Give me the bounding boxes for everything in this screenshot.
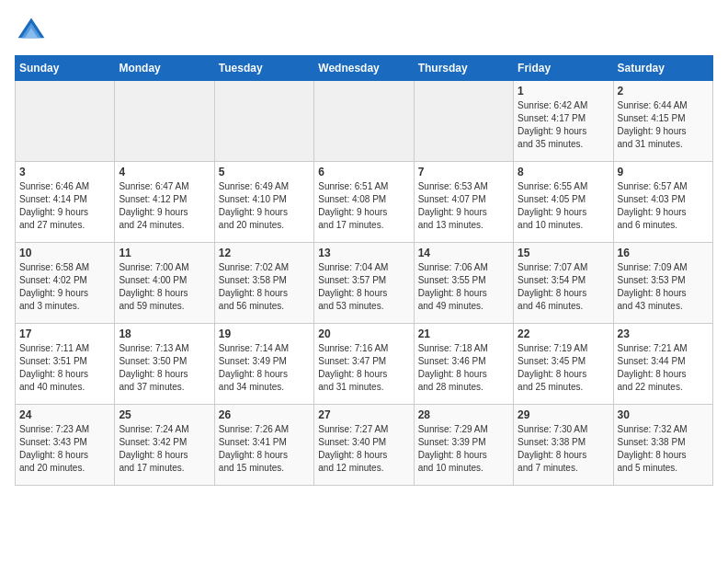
day-info: Sunrise: 7:18 AM Sunset: 3:46 PM Dayligh… — [418, 342, 509, 394]
logo — [15, 15, 51, 48]
day-number: 5 — [219, 166, 310, 178]
weekday-header-sunday: Sunday — [16, 56, 115, 81]
day-info: Sunrise: 6:57 AM Sunset: 4:03 PM Dayligh… — [618, 180, 709, 232]
calendar-cell: 17Sunrise: 7:11 AM Sunset: 3:51 PM Dayli… — [16, 324, 115, 405]
day-info: Sunrise: 7:30 AM Sunset: 3:38 PM Dayligh… — [518, 423, 609, 475]
day-number: 30 — [618, 408, 709, 421]
day-number: 1 — [518, 85, 609, 98]
weekday-header-tuesday: Tuesday — [214, 56, 313, 81]
calendar-cell: 23Sunrise: 7:21 AM Sunset: 3:44 PM Dayli… — [613, 324, 712, 405]
day-number: 27 — [318, 408, 409, 421]
calendar-cell: 11Sunrise: 7:00 AM Sunset: 4:00 PM Dayli… — [115, 243, 214, 324]
weekday-header-saturday: Saturday — [613, 56, 712, 81]
calendar-cell: 25Sunrise: 7:24 AM Sunset: 3:42 PM Dayli… — [115, 405, 214, 486]
calendar-cell: 22Sunrise: 7:19 AM Sunset: 3:45 PM Dayli… — [514, 324, 613, 405]
day-info: Sunrise: 7:29 AM Sunset: 3:39 PM Dayligh… — [418, 423, 509, 475]
weekday-header-monday: Monday — [115, 56, 214, 81]
weekday-header-thursday: Thursday — [414, 56, 513, 81]
day-info: Sunrise: 6:51 AM Sunset: 4:08 PM Dayligh… — [318, 180, 409, 232]
day-info: Sunrise: 7:19 AM Sunset: 3:45 PM Dayligh… — [518, 342, 609, 394]
day-number: 4 — [119, 166, 210, 178]
day-info: Sunrise: 6:55 AM Sunset: 4:05 PM Dayligh… — [518, 180, 609, 232]
calendar-cell: 28Sunrise: 7:29 AM Sunset: 3:39 PM Dayli… — [414, 405, 513, 486]
day-info: Sunrise: 7:02 AM Sunset: 3:58 PM Dayligh… — [219, 261, 310, 313]
calendar-cell: 24Sunrise: 7:23 AM Sunset: 3:43 PM Dayli… — [16, 405, 115, 486]
day-info: Sunrise: 7:14 AM Sunset: 3:49 PM Dayligh… — [219, 342, 310, 394]
day-info: Sunrise: 7:06 AM Sunset: 3:55 PM Dayligh… — [418, 261, 509, 313]
day-number: 9 — [618, 166, 709, 178]
calendar-cell: 26Sunrise: 7:26 AM Sunset: 3:41 PM Dayli… — [214, 405, 313, 486]
day-number: 16 — [618, 247, 709, 259]
calendar-table: SundayMondayTuesdayWednesdayThursdayFrid… — [15, 55, 713, 486]
calendar-cell: 12Sunrise: 7:02 AM Sunset: 3:58 PM Dayli… — [214, 243, 313, 324]
day-number: 10 — [19, 247, 110, 259]
calendar-cell: 1Sunrise: 6:42 AM Sunset: 4:17 PM Daylig… — [514, 81, 613, 162]
day-number: 12 — [219, 247, 310, 259]
day-info: Sunrise: 7:09 AM Sunset: 3:53 PM Dayligh… — [618, 261, 709, 313]
calendar-cell: 18Sunrise: 7:13 AM Sunset: 3:50 PM Dayli… — [115, 324, 214, 405]
day-info: Sunrise: 7:00 AM Sunset: 4:00 PM Dayligh… — [119, 261, 210, 313]
day-number: 26 — [219, 408, 310, 421]
day-number: 18 — [119, 327, 210, 340]
day-info: Sunrise: 6:46 AM Sunset: 4:14 PM Dayligh… — [19, 180, 110, 232]
day-info: Sunrise: 7:13 AM Sunset: 3:50 PM Dayligh… — [119, 342, 210, 394]
day-info: Sunrise: 7:11 AM Sunset: 3:51 PM Dayligh… — [19, 342, 110, 394]
day-number: 14 — [418, 247, 509, 259]
calendar-cell: 7Sunrise: 6:53 AM Sunset: 4:07 PM Daylig… — [414, 162, 513, 243]
day-info: Sunrise: 7:32 AM Sunset: 3:38 PM Dayligh… — [618, 423, 709, 475]
day-number: 7 — [418, 166, 509, 178]
day-info: Sunrise: 7:27 AM Sunset: 3:40 PM Dayligh… — [318, 423, 409, 475]
day-number: 19 — [219, 327, 310, 340]
calendar-cell: 2Sunrise: 6:44 AM Sunset: 4:15 PM Daylig… — [613, 81, 712, 162]
calendar-cell: 29Sunrise: 7:30 AM Sunset: 3:38 PM Dayli… — [514, 405, 613, 486]
day-info: Sunrise: 6:44 AM Sunset: 4:15 PM Dayligh… — [618, 99, 709, 151]
day-number: 21 — [418, 327, 509, 340]
day-number: 23 — [618, 327, 709, 340]
calendar-cell — [314, 81, 414, 162]
weekday-header-wednesday: Wednesday — [314, 56, 414, 81]
day-number: 15 — [518, 247, 609, 259]
weekday-header-friday: Friday — [514, 56, 613, 81]
day-number: 8 — [518, 166, 609, 178]
day-info: Sunrise: 6:42 AM Sunset: 4:17 PM Dayligh… — [518, 99, 609, 151]
day-info: Sunrise: 7:26 AM Sunset: 3:41 PM Dayligh… — [219, 423, 310, 475]
day-number: 6 — [318, 166, 409, 178]
calendar-cell: 13Sunrise: 7:04 AM Sunset: 3:57 PM Dayli… — [314, 243, 414, 324]
day-info: Sunrise: 7:23 AM Sunset: 3:43 PM Dayligh… — [19, 423, 110, 475]
day-number: 13 — [318, 247, 409, 259]
calendar-cell — [414, 81, 513, 162]
calendar-cell — [115, 81, 214, 162]
day-info: Sunrise: 7:21 AM Sunset: 3:44 PM Dayligh… — [618, 342, 709, 394]
day-info: Sunrise: 6:53 AM Sunset: 4:07 PM Dayligh… — [418, 180, 509, 232]
calendar-cell: 19Sunrise: 7:14 AM Sunset: 3:49 PM Dayli… — [214, 324, 313, 405]
calendar-cell: 30Sunrise: 7:32 AM Sunset: 3:38 PM Dayli… — [613, 405, 712, 486]
day-number: 17 — [19, 327, 110, 340]
header — [15, 15, 713, 48]
day-info: Sunrise: 6:47 AM Sunset: 4:12 PM Dayligh… — [119, 180, 210, 232]
day-info: Sunrise: 7:24 AM Sunset: 3:42 PM Dayligh… — [119, 423, 210, 475]
calendar-cell — [214, 81, 313, 162]
day-info: Sunrise: 6:58 AM Sunset: 4:02 PM Dayligh… — [19, 261, 110, 313]
day-number: 3 — [19, 166, 110, 178]
day-info: Sunrise: 7:04 AM Sunset: 3:57 PM Dayligh… — [318, 261, 409, 313]
calendar-cell — [16, 81, 115, 162]
day-number: 24 — [19, 408, 110, 421]
calendar-cell: 16Sunrise: 7:09 AM Sunset: 3:53 PM Dayli… — [613, 243, 712, 324]
day-info: Sunrise: 6:49 AM Sunset: 4:10 PM Dayligh… — [219, 180, 310, 232]
calendar-cell: 4Sunrise: 6:47 AM Sunset: 4:12 PM Daylig… — [115, 162, 214, 243]
calendar-cell: 8Sunrise: 6:55 AM Sunset: 4:05 PM Daylig… — [514, 162, 613, 243]
day-number: 25 — [119, 408, 210, 421]
calendar-cell: 15Sunrise: 7:07 AM Sunset: 3:54 PM Dayli… — [514, 243, 613, 324]
calendar-cell: 20Sunrise: 7:16 AM Sunset: 3:47 PM Dayli… — [314, 324, 414, 405]
logo-icon — [15, 15, 48, 48]
calendar-cell: 6Sunrise: 6:51 AM Sunset: 4:08 PM Daylig… — [314, 162, 414, 243]
day-number: 11 — [119, 247, 210, 259]
calendar-cell: 10Sunrise: 6:58 AM Sunset: 4:02 PM Dayli… — [16, 243, 115, 324]
day-info: Sunrise: 7:07 AM Sunset: 3:54 PM Dayligh… — [518, 261, 609, 313]
day-number: 20 — [318, 327, 409, 340]
day-number: 28 — [418, 408, 509, 421]
day-info: Sunrise: 7:16 AM Sunset: 3:47 PM Dayligh… — [318, 342, 409, 394]
calendar-cell: 9Sunrise: 6:57 AM Sunset: 4:03 PM Daylig… — [613, 162, 712, 243]
day-number: 29 — [518, 408, 609, 421]
calendar-cell: 21Sunrise: 7:18 AM Sunset: 3:46 PM Dayli… — [414, 324, 513, 405]
